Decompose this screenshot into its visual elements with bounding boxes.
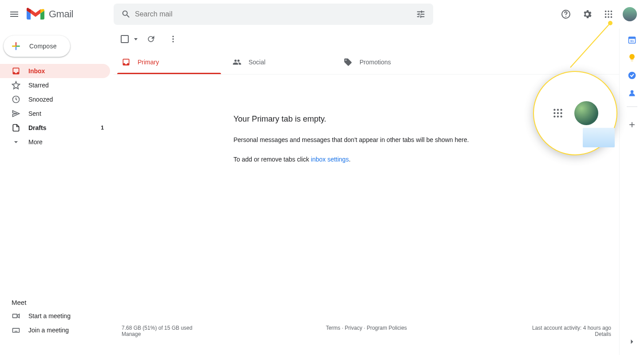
sidebar-item-label: Drafts [28,124,46,131]
svg-point-3 [608,11,609,12]
compose-button[interactable]: Compose [4,36,70,57]
support-button[interactable] [557,5,575,23]
contacts-icon[interactable] [628,89,636,98]
sidebar-item-drafts[interactable]: Drafts 1 [0,121,110,135]
manage-link[interactable]: Manage [122,331,141,337]
svg-point-24 [553,109,555,110]
inbox-settings-link[interactable]: inbox settings [311,156,349,163]
svg-point-31 [557,115,559,117]
chevron-right-icon [628,337,636,346]
feature-callout [533,71,617,155]
gmail-icon [27,8,44,21]
app-header: Gmail [0,0,644,28]
add-on-button[interactable] [623,116,641,134]
sidebar-item-count: 1 [101,125,104,131]
svg-point-14 [172,36,174,37]
apps-button[interactable] [600,5,617,23]
footer: 7.68 GB (51%) of 15 GB used Manage Terms… [114,319,619,355]
terms-link[interactable]: Terms [326,325,340,331]
callout-apps-icon [552,107,564,119]
account-avatar[interactable] [623,7,637,21]
svg-point-21 [630,90,633,93]
keep-icon[interactable] [628,53,636,62]
body: Compose Inbox Starred Snoozed Sent Draft… [0,28,644,355]
tab-primary[interactable]: Primary [114,50,225,74]
storage-text: 7.68 GB (51%) of 15 GB used [122,325,285,331]
collapse-panel-button[interactable] [623,333,641,351]
clock-icon [12,95,20,104]
video-icon [12,312,20,320]
refresh-button[interactable] [142,30,160,48]
svg-point-29 [560,112,562,114]
more-vert-icon [169,35,178,43]
footer-storage: 7.68 GB (51%) of 15 GB used Manage [122,325,285,337]
keyboard-icon [12,326,20,335]
tab-promotions[interactable]: Promotions [336,50,446,74]
apps-grid-icon [604,9,613,19]
sidebar: Compose Inbox Starred Snoozed Sent Draft… [0,28,114,355]
details-link[interactable]: Details [595,331,611,337]
select-all-checkbox[interactable] [121,35,129,43]
main-menu-button[interactable] [4,4,25,25]
sidebar-item-label: Inbox [28,67,45,75]
sidebar-item-inbox[interactable]: Inbox [0,64,110,78]
svg-rect-13 [13,328,20,332]
more-button[interactable] [164,30,182,48]
chevron-down-icon [12,138,20,146]
tab-social[interactable]: Social [225,50,336,74]
side-panel: 31 [619,28,644,355]
logo[interactable]: Gmail [25,8,114,21]
meet-start-meeting[interactable]: Start a meeting [0,309,110,323]
calendar-icon[interactable]: 31 [628,36,636,44]
select-dropdown[interactable] [134,38,138,40]
svg-rect-18 [628,37,635,39]
svg-point-28 [557,112,559,114]
meet-join-meeting[interactable]: Join a meeting [0,323,110,337]
policies-link[interactable]: Program Policies [367,325,407,331]
side-panel-separator [627,106,637,107]
plus-icon [628,120,636,129]
tasks-icon[interactable] [628,71,636,80]
sidebar-item-starred[interactable]: Starred [0,78,110,92]
svg-point-15 [172,38,174,39]
svg-point-1 [565,16,566,17]
empty-hint-pre: To add or remove tabs click [233,156,311,163]
sidebar-item-snoozed[interactable]: Snoozed [0,92,110,106]
main-panel: Primary Social Promotions Your Primary t… [114,28,619,355]
category-tabs: Primary Social Promotions [114,50,619,75]
sidebar-item-more[interactable]: More [0,135,110,149]
svg-point-6 [608,13,609,15]
activity-text: Last account activity: 4 hours ago [448,325,611,331]
tab-label: Social [249,59,265,66]
svg-point-2 [605,11,607,12]
search-options-button[interactable] [412,5,430,23]
search-bar[interactable] [114,4,433,25]
privacy-link[interactable]: Privacy [345,325,362,331]
star-icon [12,81,20,90]
search-icon[interactable] [117,5,135,23]
callout-avatar [574,101,598,125]
logo-text: Gmail [49,8,73,20]
tab-label: Primary [138,59,159,66]
draft-icon [12,123,20,132]
settings-button[interactable] [578,5,596,23]
tag-tab-icon [344,58,352,67]
empty-hint: To add or remove tabs click inbox settin… [233,156,619,163]
help-icon [561,9,571,20]
search-input[interactable] [135,10,412,18]
svg-rect-12 [13,314,17,318]
svg-point-30 [553,115,555,117]
meet-item-label: Start a meeting [28,312,71,320]
svg-point-16 [172,41,174,42]
send-icon [12,109,20,118]
refresh-icon [146,35,155,43]
meet-header: Meet [0,290,114,309]
hamburger-icon [9,9,20,20]
tab-label: Promotions [360,59,391,66]
sidebar-item-label: Sent [28,110,41,117]
footer-links: Terms · Privacy · Program Policies [285,325,448,337]
sidebar-item-sent[interactable]: Sent [0,106,110,121]
empty-hint-post: . [349,156,351,163]
svg-point-5 [605,13,607,15]
compose-plus-icon [10,40,22,52]
